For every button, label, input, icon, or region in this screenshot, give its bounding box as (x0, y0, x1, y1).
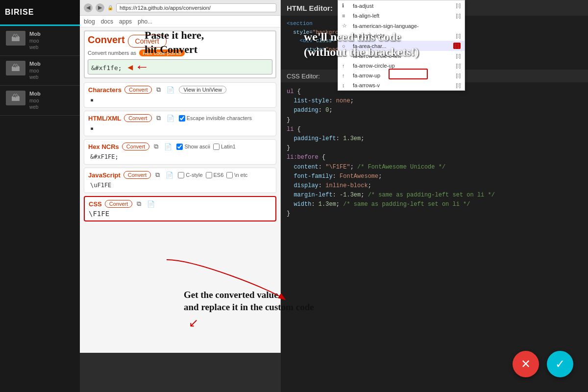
url-bar[interactable]: https://r12a.github.io/apps/conversion/ (116, 3, 276, 12)
es6-option[interactable]: ES6 (206, 172, 224, 178)
hex-ncrs-title: Hex NCRs (88, 143, 119, 150)
hex-ncrs-convert-btn[interactable]: Convert (122, 143, 150, 150)
page-item-3[interactable]: 🏔 Mob mooweb (0, 86, 80, 116)
c-style-option[interactable]: C-style (178, 172, 202, 178)
main-result-value: &#xf1fe; (91, 64, 122, 72)
fa-arrow-circle-left-icon: ← (342, 53, 350, 59)
escape-checkbox[interactable] (179, 115, 185, 122)
fa-arrow-up-name: fa-arrow-up (353, 73, 453, 78)
dropdown-item-fa-angle-right[interactable]: › fa-angle-right [] (338, 31, 465, 41)
show-ascii-checkbox[interactable] (176, 144, 183, 150)
fa-asl-icon: ☆ (342, 23, 350, 29)
latin1-label: Latin1 (221, 144, 236, 149)
nav-docs[interactable]: docs (101, 18, 113, 25)
back-btn[interactable]: ◀ (84, 3, 93, 12)
fa-dropdown: ℹ fa-adjust [] ≡ fa-align-left [] ☆ fa… (338, 0, 465, 91)
javascript-convert-btn[interactable]: Convert (123, 171, 151, 179)
code-editor-panel: HTML Editor: ℹ fa-adjust [] ≡ fa-align-… (281, 0, 588, 392)
css-code-area: ul { list-style: none; padding: 0; } li … (281, 82, 588, 264)
main-convert-box: Convert Convert Convert numbers as Hex c… (84, 30, 276, 78)
fa-adjust-code: [] (456, 3, 461, 8)
fa-align-left-icon: ≡ (342, 13, 350, 19)
close-button[interactable]: ✕ (513, 351, 539, 377)
dropdown-item-fa-area-chart[interactable]: ○ fa-area-char... [] (338, 41, 465, 51)
fa-angle-right-code: [] (456, 33, 461, 39)
dropdown-item-fa-arrow-up[interactable]: ↑ fa-arrow-up [] (338, 71, 465, 80)
characters-copy-btn[interactable]: ⧉ (155, 86, 162, 94)
main-result-box: &#xf1fe; ◀ (88, 59, 272, 74)
html-editor-title: HTML Editor: (287, 4, 333, 12)
javascript-file-btn[interactable]: 📄 (164, 172, 175, 179)
page-thumb-2: 🏔 (6, 61, 25, 75)
main-convert-button[interactable]: Convert (128, 35, 167, 48)
css-convert-btn[interactable]: Convert (105, 200, 133, 208)
tool-content: Convert Convert Convert numbers as Hex c… (80, 27, 280, 353)
birise-sidebar: BIRISE 🏔 Mob mooweb 🏔 Mob mooweb 🏔 Mob m… (0, 0, 80, 392)
fa-align-left-code: [] (456, 13, 461, 19)
nav-blog[interactable]: blog (84, 18, 95, 25)
confirm-button[interactable]: ✓ (547, 351, 573, 377)
characters-value: ▪ (88, 96, 272, 104)
main-convert-title: Convert (88, 34, 125, 46)
n-etc-option[interactable]: \n etc (226, 172, 247, 178)
show-ascii-option[interactable]: Show ascii (176, 144, 210, 150)
nav-apps[interactable]: apps (119, 18, 132, 25)
html-convert-btn[interactable]: Convert (124, 114, 152, 122)
css-section: CSS Convert ⧉ 📄 \F1FE (84, 196, 276, 221)
dropdown-item-fa-align-left[interactable]: ≡ fa-align-left [] (338, 11, 465, 21)
page-thumb-3: 🏔 (6, 91, 25, 105)
html-file-btn[interactable]: 📄 (165, 115, 176, 122)
latin1-option[interactable]: Latin1 (213, 144, 236, 150)
hex-badge[interactable]: Hex code points (139, 49, 185, 56)
fa-arrow-circle-up-code: [] (456, 63, 461, 69)
css-copy-btn[interactable]: ⧉ (135, 200, 143, 208)
javascript-title: JavaScript (88, 172, 121, 179)
characters-view-btn[interactable]: View in UniView (179, 86, 226, 94)
lock-icon: 🔒 (107, 5, 113, 10)
close-icon: ✕ (521, 357, 531, 371)
fa-area-chart-code: [] (453, 43, 461, 49)
page-info-1: Mob mooweb (29, 31, 74, 50)
hex-ncrs-file-btn[interactable]: 📄 (163, 143, 173, 150)
nav-pho[interactable]: pho... (138, 18, 152, 25)
c-style-checkbox[interactable] (178, 172, 184, 178)
javascript-copy-btn[interactable]: ⧉ (154, 171, 161, 179)
options-row: Convert numbers as Hex code points (88, 49, 272, 56)
es6-label: ES6 (214, 172, 224, 178)
page-title-3: Mob (29, 91, 74, 97)
page-info-3: Mob mooweb (29, 91, 74, 110)
es6-checkbox[interactable] (206, 172, 212, 178)
escape-label: Escape invisible characters (187, 115, 252, 121)
characters-file-btn[interactable]: 📄 (165, 86, 176, 94)
fa-area-chart-icon: ○ (342, 43, 350, 49)
characters-convert-btn[interactable]: Convert (124, 86, 152, 94)
n-etc-checkbox[interactable] (226, 172, 233, 178)
page-item-2[interactable]: 🏔 Mob mooweb (0, 56, 80, 86)
fa-adjust-name: fa-adjust (353, 3, 453, 9)
hex-ncrs-value: &#xF1FE; (88, 152, 272, 161)
fa-align-left-name: fa-align-left (353, 13, 453, 19)
css-file-btn[interactable]: 📄 (146, 200, 156, 208)
escape-option[interactable]: Escape invisible characters (179, 115, 252, 122)
dropdown-item-fa-arrow-circle-o-left[interactable]: ← fa-arrow-circle-o-left [] (338, 51, 465, 61)
main-convert-header: Convert Convert (88, 34, 272, 48)
dropdown-item-fa-arrow-circle-up[interactable]: ↑ fa-arrow-circle-up [] (338, 61, 465, 71)
fa-area-chart-name: fa-area-char... (353, 43, 450, 49)
dropdown-item-fa-adjust[interactable]: ℹ fa-adjust [] (338, 0, 465, 11)
page-item-1[interactable]: 🏔 Mob mooweb (0, 26, 80, 56)
hex-ncrs-copy-btn[interactable]: ⧉ (152, 143, 160, 150)
page-desc-2: mooweb (29, 68, 74, 80)
fa-asl-name: fa-american-sign-language- (353, 23, 458, 29)
birise-logo: BIRISE (5, 8, 34, 17)
dropdown-item-fa-asl[interactable]: ☆ fa-american-sign-language- (338, 21, 465, 31)
fa-arrows-v-icon: ↕ (342, 82, 350, 88)
dropdown-item-fa-arrows-v[interactable]: ↕ fa-arrows-v [] (338, 80, 465, 90)
forward-btn[interactable]: ▶ (96, 3, 104, 12)
check-icon: ✓ (555, 357, 565, 371)
css-title: CSS (89, 200, 102, 208)
html-copy-btn[interactable]: ⧉ (155, 114, 162, 122)
hex-ncrs-section: Hex NCRs Convert ⧉ 📄 Show ascii Latin1 &… (84, 139, 276, 165)
page-desc-3: mooweb (29, 98, 74, 110)
latin1-checkbox[interactable] (213, 144, 220, 150)
fa-arrows-v-code: [] (456, 83, 461, 88)
